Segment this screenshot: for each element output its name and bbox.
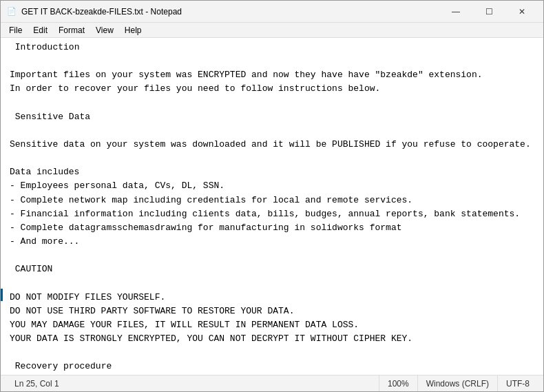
status-bar: Ln 25, Col 1 100% Windows (CRLF) UTF-8 <box>1 375 543 391</box>
window-controls: — ☐ ✕ <box>440 2 538 21</box>
line-indicator <box>1 38 3 375</box>
text-editor[interactable]: Introduction Important files on your sys… <box>3 38 543 375</box>
menu-file[interactable]: File <box>3 24 28 37</box>
status-position: Ln 25, Col 1 <box>6 375 379 391</box>
title-bar: 📄 GET IT BACK-bzeakde-FILES.txt - Notepa… <box>1 1 543 23</box>
line-indicator-mark <box>1 289 3 301</box>
menu-view[interactable]: View <box>90 24 119 37</box>
status-line-ending: Windows (CRLF) <box>418 375 498 391</box>
status-zoom: 100% <box>379 375 418 391</box>
maximize-button[interactable]: ☐ <box>473 2 505 21</box>
minimize-button[interactable]: — <box>440 2 472 21</box>
window-title: GET IT BACK-bzeakde-FILES.txt - Notepad <box>21 7 182 17</box>
menu-bar: File Edit Format View Help <box>1 23 543 38</box>
content-area: Introduction Important files on your sys… <box>1 38 543 375</box>
menu-format[interactable]: Format <box>53 24 90 37</box>
notepad-icon: 📄 <box>6 6 17 17</box>
notepad-window: 📄 GET IT BACK-bzeakde-FILES.txt - Notepa… <box>0 0 544 392</box>
menu-help[interactable]: Help <box>119 24 147 37</box>
title-bar-left: 📄 GET IT BACK-bzeakde-FILES.txt - Notepa… <box>6 6 182 17</box>
menu-edit[interactable]: Edit <box>28 24 53 37</box>
close-button[interactable]: ✕ <box>506 2 538 21</box>
status-encoding: UTF-8 <box>498 375 538 391</box>
